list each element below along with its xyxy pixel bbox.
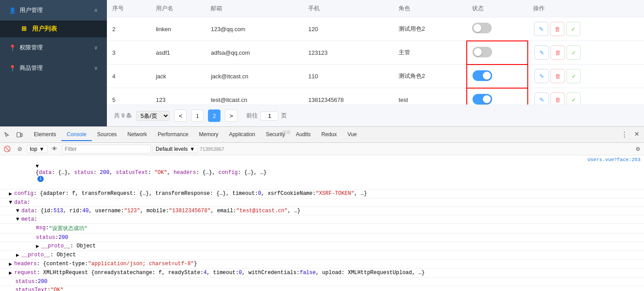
page-jump: 前往 页 <box>246 111 287 121</box>
cell-id: 3 <box>107 41 151 65</box>
col-mobile: 手机 <box>303 0 393 17</box>
expand-arrow[interactable] <box>16 216 21 222</box>
cell-email: 123@qq.com <box>205 17 303 41</box>
perm-icon: 📍 <box>9 44 16 51</box>
tab-vue[interactable]: Vue <box>342 129 362 141</box>
console-line: headers: {content-type: "application/jso… <box>0 260 644 269</box>
edit-button[interactable]: ✎ <box>534 22 548 36</box>
console-toolbar: 🚫 ⊘ top ▼ 👁 Default levels ▼ 713953867 ⚙ <box>0 143 644 155</box>
console-line: __proto__: Object <box>0 251 644 260</box>
tab-network[interactable]: Network <box>122 129 152 141</box>
edit-button[interactable]: ✎ <box>534 93 549 105</box>
cell-mobile: 110 <box>303 65 393 88</box>
devtools-panel: Elements Console Sources Network Perform… <box>0 126 644 291</box>
cell-status <box>467 65 528 88</box>
cell-actions: ✎🗑✓ <box>528 17 644 41</box>
delete-button[interactable]: 🗑 <box>550 22 564 36</box>
page-jump-input[interactable] <box>261 111 278 121</box>
tab-memory[interactable]: Memory <box>194 129 224 141</box>
expand-arrow[interactable] <box>36 163 41 170</box>
cell-username: 123 <box>151 88 205 105</box>
status-toggle[interactable] <box>472 23 492 33</box>
filter-input[interactable] <box>62 145 151 154</box>
cell-actions: ✎🗑✓ <box>528 88 644 105</box>
edit-button[interactable]: ✎ <box>534 69 549 83</box>
tab-performance[interactable]: Performance <box>152 129 194 141</box>
cell-actions: ✎🗑✓ <box>528 65 644 88</box>
device-icon[interactable] <box>14 129 25 140</box>
expand-arrow[interactable] <box>36 243 41 250</box>
cell-email: adfsa@qq.com <box>205 41 303 65</box>
status-toggle[interactable] <box>473 70 492 81</box>
goto-label: 前往 <box>246 112 258 120</box>
status-toggle[interactable] <box>473 94 492 105</box>
tab-security[interactable]: Security 搭建 <box>261 129 290 141</box>
devtools-more-btn[interactable]: ⋮ <box>618 130 631 139</box>
confirm-button[interactable]: ✓ <box>567 93 581 105</box>
expand-arrow[interactable] <box>16 252 21 259</box>
tab-redux[interactable]: Redux <box>316 129 342 141</box>
devtools-right-icons: ⋮ ✕ <box>618 130 642 139</box>
svg-rect-1 <box>21 133 22 137</box>
devtools-close-btn[interactable]: ✕ <box>632 130 642 139</box>
eye-icon[interactable]: 👁 <box>49 144 60 154</box>
page-suffix-label: 页 <box>281 112 287 120</box>
cell-username: linken <box>151 17 205 41</box>
console-line: status: 200 <box>0 234 644 242</box>
console-line: {data: {…}, status: 200, statusText: "OK… <box>0 156 644 190</box>
chevron-down-icon: ∨ <box>94 44 98 51</box>
tab-sources[interactable]: Sources <box>92 129 122 141</box>
tab-audits[interactable]: Audits <box>290 129 316 141</box>
page-2-btn[interactable]: 2 <box>208 109 220 122</box>
sidebar-item-perm-mgmt[interactable]: 📍 权限管理 ∨ <box>0 37 107 58</box>
page-size-select[interactable]: 5条/页 10条/页 <box>136 111 170 121</box>
context-select[interactable]: top ▼ <box>27 145 48 153</box>
source-link[interactable]: Users.vue?face:253 <box>583 157 640 162</box>
svg-rect-0 <box>17 133 20 137</box>
cell-username: jack <box>151 65 205 88</box>
app-container: 👤 用户管理 ∧ ⊞ 用户列表 📍 权限管理 ∨ 📍 <box>0 0 644 291</box>
status-toggle[interactable] <box>473 47 492 57</box>
confirm-button[interactable]: ✓ <box>567 69 581 83</box>
expand-arrow[interactable] <box>9 270 14 276</box>
cell-username: asdf1 <box>151 41 205 65</box>
stop-console-btn[interactable]: ⊘ <box>14 144 25 154</box>
chevron-down-icon2: ∨ <box>94 65 98 71</box>
cell-email: test@itcast.cn <box>205 88 303 105</box>
delete-button[interactable]: 🗑 <box>550 93 565 105</box>
confirm-button[interactable]: ✓ <box>567 45 581 60</box>
pagination-bar: 共 9 条 5条/页 10条/页 < 1 2 > 前往 页 <box>107 105 644 126</box>
content-area: 序号 用户名 邮箱 手机 角色 状态 操作 2linken123@qq.com1… <box>107 0 644 126</box>
delete-button[interactable]: 🗑 <box>550 45 565 60</box>
edit-button[interactable]: ✎ <box>534 45 549 60</box>
tab-elements[interactable]: Elements <box>29 129 61 141</box>
info-icon: i <box>37 176 44 182</box>
page-1-btn[interactable]: 1 <box>191 109 204 122</box>
console-line: statusText: "OK" <box>0 286 644 291</box>
sidebar-item-user-mgmt[interactable]: 👤 用户管理 ∧ <box>0 0 107 20</box>
table-row: 4jackjack@itcast.cn110测试角色2✎🗑✓ <box>107 65 644 88</box>
default-levels-select[interactable]: Default levels ▼ <box>153 145 198 153</box>
goods-icon: 📍 <box>9 65 16 72</box>
clear-console-btn[interactable]: 🚫 <box>2 144 12 154</box>
tab-console[interactable]: Console <box>61 129 92 141</box>
expand-arrow[interactable] <box>9 199 14 206</box>
expand-arrow[interactable] <box>9 261 14 267</box>
console-line: data: <box>0 198 644 207</box>
tab-application[interactable]: Application <box>224 129 261 141</box>
settings-icon[interactable]: ⚙ <box>633 145 642 154</box>
col-id: 序号 <box>107 0 151 17</box>
main-area: 👤 用户管理 ∧ ⊞ 用户列表 📍 权限管理 ∨ 📍 <box>0 0 644 126</box>
inspect-icon[interactable] <box>2 129 12 140</box>
sidebar-item-goods-mgmt[interactable]: 📍 商品管理 ∨ <box>0 58 107 78</box>
table-row: 5123test@itcast.cn13812345678test✎🗑✓ <box>107 88 644 105</box>
delete-button[interactable]: 🗑 <box>550 69 565 83</box>
expand-arrow[interactable] <box>16 208 21 214</box>
expand-arrow[interactable] <box>9 190 14 197</box>
cell-status <box>467 17 528 41</box>
prev-page-btn[interactable]: < <box>174 109 187 122</box>
sidebar-item-user-list[interactable]: ⊞ 用户列表 <box>0 20 107 37</box>
table-wrapper: 序号 用户名 邮箱 手机 角色 状态 操作 2linken123@qq.com1… <box>107 0 644 105</box>
next-page-btn[interactable]: > <box>225 109 237 122</box>
confirm-button[interactable]: ✓ <box>566 22 580 36</box>
